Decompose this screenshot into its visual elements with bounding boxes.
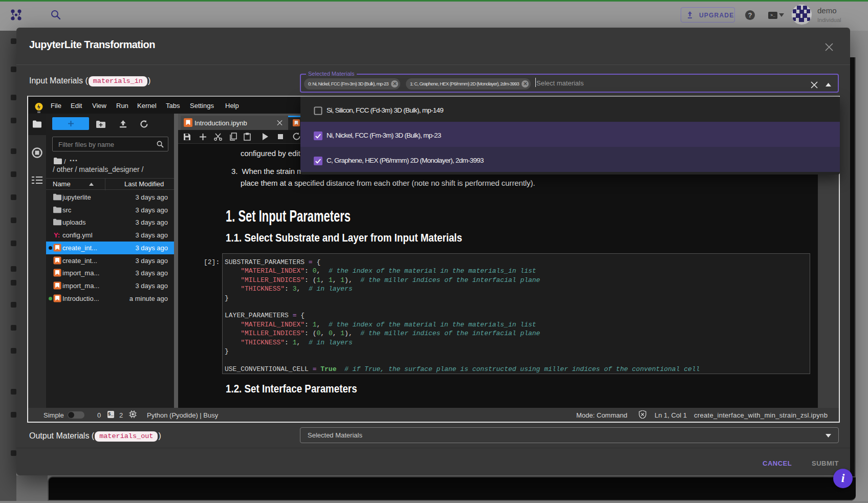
svg-text:Y:: Y: <box>54 231 60 239</box>
